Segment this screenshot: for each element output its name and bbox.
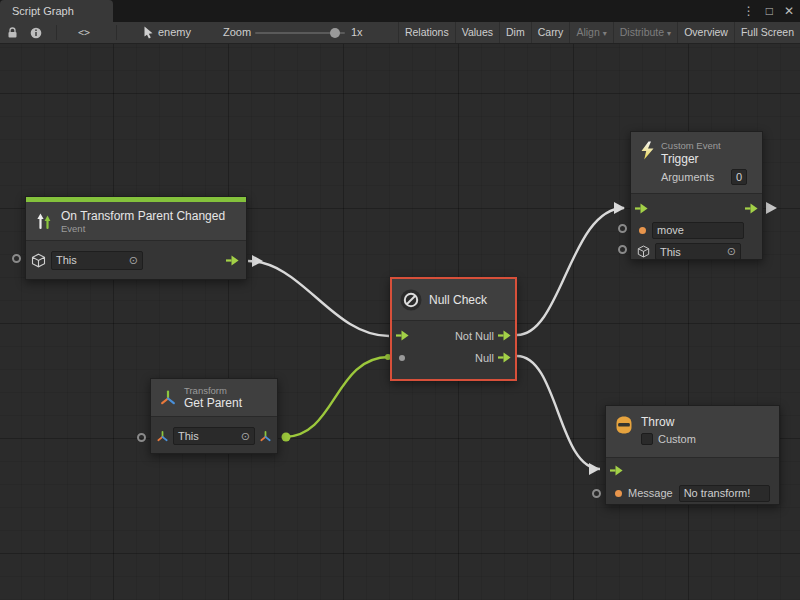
toolbar-separator <box>56 25 57 40</box>
node-header: Transform Get Parent <box>151 379 277 417</box>
zoom-label: Zoom <box>223 22 251 43</box>
throw-icon <box>614 415 634 435</box>
control-output-port-icon[interactable] <box>498 330 511 341</box>
control-output-port-icon[interactable] <box>498 352 511 363</box>
message-label: Message <box>628 487 673 499</box>
event-name-field[interactable]: move <box>652 222 744 239</box>
values-button[interactable]: Values <box>455 22 499 43</box>
tab-bar: Script Graph ⋮ □ ✕ <box>0 0 800 22</box>
transform-icon <box>159 389 177 407</box>
menu-icon[interactable]: ⋮ <box>743 4 755 18</box>
control-output-port-icon[interactable] <box>745 203 758 214</box>
node-throw[interactable]: Throw Custom Message No transform! <box>605 405 780 505</box>
node-header: On Transform Parent Changed Event <box>26 202 246 241</box>
close-icon[interactable]: ✕ <box>784 4 794 18</box>
port-label-null: Null <box>475 352 494 364</box>
custom-event-bolt-icon <box>640 141 655 160</box>
control-output-port-icon[interactable] <box>226 255 239 266</box>
node-trigger-custom-event[interactable]: Custom Event Trigger Arguments 0 move Th… <box>630 131 763 260</box>
transform-output-port-icon[interactable] <box>259 430 272 443</box>
control-input-port-icon[interactable] <box>610 465 623 476</box>
tab-script-graph[interactable]: Script Graph <box>0 0 113 22</box>
custom-checkbox[interactable] <box>641 433 653 445</box>
value-input-ring[interactable] <box>618 245 627 254</box>
relations-button[interactable]: Relations <box>398 22 455 43</box>
node-title: Trigger <box>661 152 699 166</box>
object-picker-icon[interactable]: ⊙ <box>125 255 138 266</box>
dim-button[interactable]: Dim <box>499 22 531 43</box>
toolbar-separator <box>116 25 117 40</box>
distribute-button[interactable]: Distribute▾ <box>613 22 677 43</box>
arguments-label: Arguments <box>661 171 714 183</box>
node-header: Null Check <box>392 279 515 321</box>
node-title: Null Check <box>429 293 487 307</box>
node-title: Throw <box>641 415 696 429</box>
control-input-port-icon[interactable] <box>396 330 409 341</box>
align-button[interactable]: Align▾ <box>569 22 612 43</box>
node-category: Custom Event <box>661 140 721 151</box>
message-field[interactable]: No transform! <box>679 485 770 502</box>
node-null-check[interactable]: Null Check Not Null Null <box>390 277 517 381</box>
info-icon[interactable] <box>30 22 42 43</box>
toolbar-buttons: Relations Values Dim Carry Align▾ Distri… <box>398 22 800 43</box>
value-input-ring[interactable] <box>12 254 21 263</box>
chevron-down-icon: ▾ <box>603 29 607 38</box>
graph-toolbar: <> enemy Zoom 1x Relations Values Dim Ca… <box>0 22 800 44</box>
edit-script-icon[interactable]: <> <box>78 22 90 43</box>
object-picker-icon[interactable]: ⊙ <box>723 246 736 257</box>
value-input-ring[interactable] <box>592 489 601 498</box>
node-title: On Transform Parent Changed <box>61 209 225 223</box>
window-buttons: ⋮ □ ✕ <box>743 0 794 22</box>
node-header: Throw Custom <box>606 406 779 458</box>
zoom-slider-handle[interactable] <box>330 28 340 38</box>
value-input-port-icon[interactable] <box>399 355 405 361</box>
port-label-not-null: Not Null <box>455 330 494 342</box>
node-subtitle: Event <box>61 223 225 234</box>
arguments-field[interactable]: 0 <box>731 169 747 185</box>
graph-name[interactable]: enemy <box>158 22 191 43</box>
object-picker-icon[interactable]: ⊙ <box>237 431 250 442</box>
fullscreen-button[interactable]: Full Screen <box>734 22 800 43</box>
null-icon <box>400 289 422 311</box>
value-input-ring[interactable] <box>618 224 627 233</box>
node-on-transform-parent-changed[interactable]: On Transform Parent Changed Event This ⊙ <box>25 196 247 280</box>
target-dropdown[interactable]: This ⊙ <box>655 243 741 260</box>
string-input-port-icon[interactable] <box>615 490 622 497</box>
custom-label: Custom <box>658 433 696 445</box>
target-dropdown[interactable]: This ⊙ <box>173 427 255 445</box>
transform-input-port-icon[interactable] <box>156 430 169 443</box>
overview-button[interactable]: Overview <box>677 22 734 43</box>
target-dropdown[interactable]: This ⊙ <box>51 251 143 270</box>
node-get-parent[interactable]: Transform Get Parent This ⊙ <box>150 378 278 454</box>
value-input-ring[interactable] <box>137 433 146 442</box>
graph-pointer-icon <box>143 22 154 43</box>
string-input-port-icon[interactable] <box>639 227 646 234</box>
zoom-value: 1x <box>351 22 363 43</box>
carry-button[interactable]: Carry <box>531 22 570 43</box>
lock-icon[interactable] <box>7 22 18 43</box>
node-title: Get Parent <box>184 396 242 410</box>
node-category: Transform <box>184 385 242 396</box>
maximize-icon[interactable]: □ <box>766 4 773 18</box>
node-header: Custom Event Trigger Arguments 0 <box>631 132 762 194</box>
transform-parent-changed-icon <box>34 211 54 231</box>
gameobject-cube-icon <box>637 245 650 258</box>
gameobject-cube-icon <box>31 253 46 268</box>
chevron-down-icon: ▾ <box>667 29 671 38</box>
control-input-port-icon[interactable] <box>635 203 648 214</box>
